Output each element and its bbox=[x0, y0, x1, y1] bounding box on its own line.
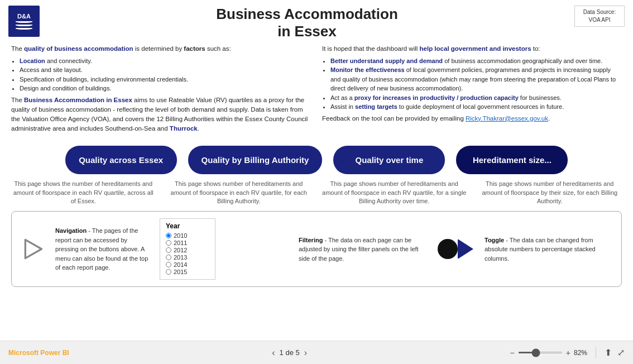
prev-page-button[interactable]: ‹ bbox=[272, 348, 275, 358]
factor-1: Location and connectivity. bbox=[20, 56, 311, 66]
year-option-2013[interactable]: 2013 bbox=[166, 254, 209, 261]
year-option-2012[interactable]: 2012 bbox=[166, 247, 209, 253]
pagination: ‹ 1 de 5 › bbox=[75, 348, 505, 358]
year-filter-label: Year bbox=[166, 222, 209, 230]
zoom-level: 82% bbox=[574, 349, 587, 357]
powerbi-link[interactable]: Microsoft Power BI bbox=[8, 349, 69, 357]
info-right: It is hoped that the dashboard will help… bbox=[322, 44, 622, 136]
info-left: The quality of business accommodation is… bbox=[11, 44, 311, 136]
btn-descriptions-row: This page shows the number of hereditame… bbox=[0, 178, 633, 209]
bottom-icons: ⬆ ⤢ bbox=[605, 347, 625, 358]
logo-wave-1 bbox=[16, 21, 32, 23]
info-area: The quality of business accommodation is… bbox=[0, 43, 633, 138]
toggle-text: Toggle - The data can be changed from ab… bbox=[485, 236, 612, 264]
filtering-instruction: Filtering - The data on each page can be… bbox=[299, 236, 426, 264]
goal-2: Monitor the effectiveness of local gover… bbox=[330, 65, 622, 93]
data-source-box: Data Source: VOA API bbox=[574, 6, 625, 27]
btn-desc-2: This page shows number of hereditaments … bbox=[322, 180, 467, 205]
year-option-2011[interactable]: 2011 bbox=[166, 240, 209, 246]
zoom-out-button[interactable]: − bbox=[510, 348, 515, 357]
year-option-2010[interactable]: 2010 bbox=[166, 232, 209, 239]
goals-list: Better understand supply and demand of b… bbox=[328, 56, 622, 112]
feedback-text: Feedback on the tool can be provided by … bbox=[322, 114, 622, 123]
zoom-area: − + 82% bbox=[510, 348, 587, 357]
hereditament-size-button[interactable]: Hereditament size... bbox=[456, 146, 568, 175]
logo-text: D&A bbox=[17, 13, 31, 20]
year-filter-instruction: Year 2010 2011 2012 2013 2014 2015 bbox=[160, 218, 287, 280]
toggle-instruction: Toggle - The data can be changed from ab… bbox=[485, 236, 612, 264]
zoom-in-button[interactable]: + bbox=[566, 348, 570, 357]
btn-desc-3: This page shows number of hereditaments … bbox=[478, 180, 622, 205]
logo-waves bbox=[16, 21, 32, 30]
navigation-instruction: Navigation - The pages of the report can… bbox=[21, 226, 148, 272]
page-title: Business Accommodation in Essex bbox=[40, 6, 574, 40]
goal-1: Better understand supply and demand of b… bbox=[330, 56, 622, 66]
quality-by-billing-button[interactable]: Quality by Billing Authority bbox=[188, 146, 323, 175]
bottom-divider bbox=[596, 347, 596, 358]
factors-list: Location and connectivity. Access and si… bbox=[17, 56, 311, 93]
info-left-body: The Business Accommodation in Essex aims… bbox=[11, 95, 311, 134]
header-area: D&A Business Accommodation in Essex Data… bbox=[0, 0, 633, 43]
year-option-2015[interactable]: 2015 bbox=[166, 269, 209, 275]
logo: D&A bbox=[8, 6, 40, 37]
fullscreen-icon[interactable]: ⤢ bbox=[617, 347, 625, 358]
share-icon[interactable]: ⬆ bbox=[605, 347, 612, 358]
quality-across-essex-button[interactable]: Quality across Essex bbox=[65, 146, 177, 175]
instructions-area: Navigation - The pages of the report can… bbox=[11, 211, 622, 287]
nav-buttons-row: Quality across Essex Quality by Billing … bbox=[0, 139, 633, 178]
quality-over-time-button[interactable]: Quality over time bbox=[333, 146, 445, 175]
btn-desc-0: This page shows the number of hereditame… bbox=[11, 180, 156, 205]
factor-2: Access and site layout. bbox=[20, 65, 311, 75]
factor-4: Design and condition of buildings. bbox=[20, 84, 311, 93]
filtering-text: Filtering - The data on each page can be… bbox=[299, 236, 426, 264]
info-right-intro: It is hoped that the dashboard will help… bbox=[322, 44, 622, 54]
toggle-arrow bbox=[458, 239, 473, 259]
next-page-button[interactable]: › bbox=[304, 348, 307, 358]
goal-4: Assist in setting targets to guide deplo… bbox=[330, 102, 622, 112]
info-left-intro: The quality of business accommodation is… bbox=[11, 44, 311, 54]
goal-3: Act as a proxy for increases in producti… bbox=[330, 93, 622, 103]
btn-desc-1: This page shows number of hereditaments … bbox=[167, 180, 311, 205]
logo-wave-3 bbox=[16, 27, 32, 30]
toggle-icon bbox=[438, 239, 473, 259]
year-filter-box[interactable]: Year 2010 2011 2012 2013 2014 2015 bbox=[160, 218, 215, 280]
bottom-bar: Microsoft Power BI ‹ 1 de 5 › − + 82% ⬆ … bbox=[0, 341, 633, 364]
zoom-slider[interactable] bbox=[518, 352, 563, 353]
year-option-2014[interactable]: 2014 bbox=[166, 261, 209, 268]
factor-3: Specification of buildings, including en… bbox=[20, 75, 311, 84]
title-area: Business Accommodation in Essex bbox=[40, 6, 574, 40]
main-content: D&A Business Accommodation in Essex Data… bbox=[0, 0, 633, 341]
toggle-circle bbox=[438, 239, 458, 259]
logo-wave-2 bbox=[16, 24, 32, 26]
navigation-arrow-icon bbox=[21, 235, 49, 263]
page-info: 1 de 5 bbox=[280, 348, 300, 357]
feedback-email[interactable]: Ricky.Thakrar@essex.gov.uk bbox=[466, 115, 548, 122]
navigation-text: Navigation - The pages of the report can… bbox=[55, 226, 148, 272]
svg-marker-0 bbox=[25, 240, 41, 258]
